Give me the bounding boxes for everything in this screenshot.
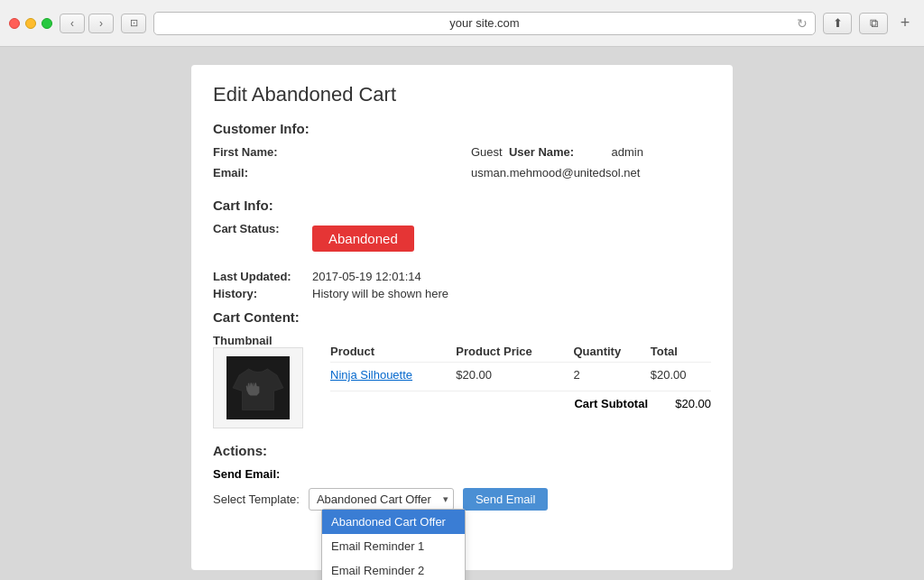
customer-col-right: Guest User Name: admin usman.mehmood@uni… <box>462 145 711 183</box>
item-quantity: 2 <box>573 363 650 388</box>
template-select-wrapper: Abandoned Cart Offer Email Reminder 1 Em… <box>309 488 454 511</box>
dropdown-item-1[interactable]: Email Reminder 1 <box>322 534 465 558</box>
col-total: Total <box>651 341 711 363</box>
refresh-icon[interactable]: ↻ <box>797 16 808 31</box>
thumbnail-column: Thumbnail <box>213 334 312 428</box>
send-email-label: Send Email: <box>213 467 711 481</box>
cart-table-container: Product Product Price Quantity Total Nin… <box>330 334 711 428</box>
fullscreen-button[interactable] <box>42 18 52 29</box>
template-row: Select Template: Abandoned Cart Offer Em… <box>213 488 711 511</box>
dropdown-item-0[interactable]: Abandoned Cart Offer <box>322 510 465 534</box>
customer-info-title: Customer Info: <box>213 121 711 136</box>
template-dropdown-menu: Abandoned Cart Offer Email Reminder 1 Em… <box>321 509 466 580</box>
item-product-name: Ninja Silhouette <box>330 363 456 388</box>
username-label: User Name: <box>509 145 608 159</box>
col-product-price: Product Price <box>456 341 573 363</box>
cart-content-layout: Thumbnail <box>213 334 711 428</box>
history-row: History: History will be shown here <box>213 287 711 300</box>
cart-subtotal-label: Cart Subtotal <box>574 397 648 410</box>
item-product-price: $20.00 <box>456 363 573 388</box>
email-value: usman.mehmood@unitedsol.net <box>471 166 640 180</box>
history-value: History will be shown here <box>312 287 448 300</box>
first-name-label: First Name: <box>213 145 312 159</box>
reader-button[interactable]: ⊡ <box>121 14 146 33</box>
add-tab-button[interactable]: + <box>895 14 915 33</box>
product-thumbnail <box>213 347 303 428</box>
select-template-label: Select Template: <box>213 493 300 506</box>
actions-title: Actions: <box>213 443 711 458</box>
customer-col-left: First Name: Email: <box>213 145 462 183</box>
send-email-button[interactable]: Send Email <box>463 488 548 511</box>
traffic-lights <box>9 18 52 29</box>
thumbnail-label: Thumbnail <box>213 334 312 347</box>
cart-info-title: Cart Info: <box>213 198 711 213</box>
cart-subtotal-value: $20.00 <box>666 397 711 410</box>
item-total: $20.00 <box>651 363 711 388</box>
page-title: Edit Abandoned Cart <box>213 83 711 106</box>
first-name-row: First Name: <box>213 145 462 159</box>
cart-info-section: Cart Info: Cart Status: Abandoned Last U… <box>213 198 711 300</box>
minimize-button[interactable] <box>25 18 36 29</box>
cart-status-row: Cart Status: Abandoned <box>213 222 711 259</box>
actions-section: Actions: Send Email: Select Template: Ab… <box>213 443 711 511</box>
cart-subtotal-row: Cart Subtotal $20.00 <box>330 391 711 410</box>
template-select[interactable]: Abandoned Cart Offer Email Reminder 1 Em… <box>309 488 454 511</box>
close-button[interactable] <box>9 18 20 29</box>
email-value-row: usman.mehmood@unitedsol.net <box>471 166 711 180</box>
tshirt-image <box>226 356 290 419</box>
first-name-value: Guest <box>471 145 503 159</box>
col-quantity: Quantity <box>573 341 650 363</box>
email-label: Email: <box>213 166 312 180</box>
tab-overview-button[interactable]: ⧉ <box>859 13 888 34</box>
email-row: Email: <box>213 166 462 180</box>
dropdown-item-2[interactable]: Email Reminder 2 <box>322 558 465 580</box>
cart-table-header: Product Product Price Quantity Total <box>330 341 711 363</box>
history-label: History: <box>213 287 312 300</box>
share-button[interactable]: ⬆ <box>823 13 852 34</box>
username-value: admin <box>612 145 643 159</box>
back-button[interactable]: ‹ <box>60 14 85 33</box>
url-text: your site.com <box>449 16 519 30</box>
cart-content-title: Cart Content: <box>213 309 711 325</box>
product-link[interactable]: Ninja Silhouette <box>330 368 412 382</box>
last-updated-row: Last Updated: 2017-05-19 12:01:14 <box>213 270 711 283</box>
col-product: Product <box>330 341 456 363</box>
customer-info-grid: First Name: Email: Guest User Name: admi… <box>213 145 711 183</box>
cart-table: Product Product Price Quantity Total Nin… <box>330 341 711 387</box>
nav-buttons: ‹ › <box>60 14 114 33</box>
last-updated-label: Last Updated: <box>213 270 312 283</box>
browser-chrome: ‹ › ⊡ your site.com ↻ ⬆ ⧉ + <box>0 0 924 47</box>
cart-item-row: Ninja Silhouette $20.00 2 $20.00 <box>330 363 711 388</box>
browser-actions: ⬆ ⧉ <box>823 13 888 34</box>
content-panel: Edit Abandoned Cart Customer Info: First… <box>191 65 733 570</box>
cart-content-section: Cart Content: Thumbnail <box>213 309 711 428</box>
address-bar[interactable]: your site.com ↻ <box>153 12 816 35</box>
customer-info-section: Customer Info: First Name: Email: Guest … <box>213 121 711 183</box>
first-name-value-row: Guest User Name: admin <box>471 145 711 159</box>
page-content: Edit Abandoned Cart Customer Info: First… <box>0 47 924 580</box>
cart-status-label: Cart Status: <box>213 222 312 235</box>
cart-status-badge: Abandoned <box>312 226 414 252</box>
forward-button[interactable]: › <box>88 14 114 33</box>
last-updated-value: 2017-05-19 12:01:14 <box>312 270 421 283</box>
